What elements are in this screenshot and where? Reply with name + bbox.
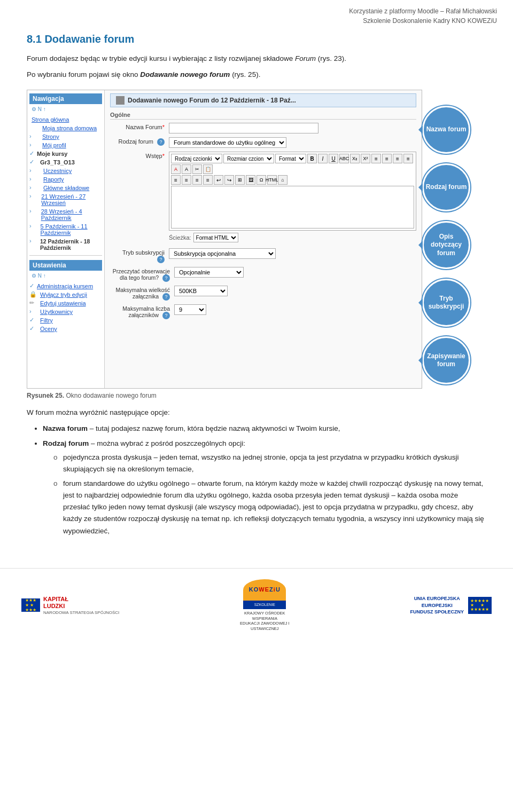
btn-align-center[interactable]: ≡ (382, 154, 392, 163)
help-count-icon[interactable]: ? (162, 312, 170, 319)
btn-undo[interactable]: ↩ (214, 175, 223, 185)
sidebar-item-oceny[interactable]: ✓ Oceny (29, 325, 102, 333)
bullet-rodzaj: Rodzaj forum – można wybrać z pośród pos… (43, 438, 486, 537)
moodle-screenshot: Nawigacja ⚙ N ↑ Strona główna Moja stron… (27, 90, 422, 389)
page-footer: ★★★★ ★★★★ KAPITAŁLUDZKI NARODOWA STRATEG… (0, 568, 513, 637)
sidebar-settings-icons: ⚙ N ↑ (29, 273, 102, 279)
eu-right-text: UNIA EUROPEJSKA EUROPEJSKI FUNDUSZ SPOŁE… (410, 595, 464, 616)
btn-cut[interactable]: ✂ (192, 164, 202, 174)
btn-ol[interactable]: ≡ (182, 175, 191, 185)
body-intro: W forum można wyróżnić następujące opcje… (27, 407, 486, 419)
btn-superscript[interactable]: X² (361, 154, 370, 163)
btn-html[interactable]: HTML (267, 175, 277, 185)
help-obs-icon[interactable]: ? (162, 274, 170, 282)
sub-bullet-2: forum standardowe do użytku ogólnego – o… (53, 478, 486, 537)
eu-flag-icon: ★★★★★★ ★★★★★★ (468, 597, 492, 614)
sidebar-item-5paz[interactable]: › 5 Październik - 11 Październik (29, 222, 102, 237)
sidebar-item-admin[interactable]: ✓ Administracja kursem (29, 282, 102, 290)
sidebar-item-strona[interactable]: Strona główna (29, 115, 102, 124)
sidebar-item-28wrz[interactable]: › 28 Wrzesień - 4 Październik (29, 207, 102, 222)
select-format[interactable]: Format (275, 154, 306, 163)
forum-icon (116, 96, 125, 105)
editor-content[interactable] (171, 186, 414, 228)
btn-subscript[interactable]: X₂ (350, 154, 360, 163)
sidebar-item-profil[interactable]: › Mój profil (29, 141, 102, 149)
screenshot-wrapper: Nawigacja ⚙ N ↑ Strona główna Moja stron… (27, 90, 486, 389)
sidebar-item-12paz[interactable]: › 12 Październik - 18 Październik (29, 237, 102, 252)
select-rodzaj[interactable]: Forum standardowe do użytku ogólnego (169, 137, 286, 148)
sidebar-item-glowne[interactable]: › Główne składowe (29, 184, 102, 192)
label-nazwa: Nazwa Forum* (110, 123, 169, 130)
sidebar-item-gr3[interactable]: ✓ Gr3_T3_O13 (29, 158, 102, 167)
footer-right: UNIA EUROPEJSKA EUROPEJSKI FUNDUSZ SPOŁE… (410, 595, 492, 616)
btn-special-char[interactable]: Ω (256, 175, 266, 185)
btn-bold[interactable]: B (307, 154, 317, 163)
select-max-size[interactable]: 500KB (174, 286, 228, 296)
btn-table[interactable]: ⊞ (235, 175, 245, 185)
label-wstep: Wstęp* (110, 152, 169, 159)
sidebar-item-uczestnicy[interactable]: › Uczestnicy (29, 167, 102, 175)
intro-paragraph-1: Forum dodajesz będąc w trybie edycji kur… (27, 53, 486, 65)
sidebar-item-strony[interactable]: › Strony (29, 132, 102, 141)
sub-bullet-list: pojedyncza prosta dyskusja – jeden temat… (53, 452, 486, 537)
form-row-wstep: Wstęp* Rodzaj czcionki Rozmiar czcion Fo… (110, 152, 416, 245)
body-bullet-list: Nazwa forum – tutaj podajesz nazwę forum… (43, 423, 486, 537)
btn-bg-color[interactable]: A (182, 164, 191, 174)
path-row: Ścieżka: Format HTML (169, 233, 416, 242)
btn-strikethrough[interactable]: ABC (339, 154, 349, 163)
select-rodzaj-czcionki[interactable]: Rodzaj czcionki (171, 154, 222, 163)
help-size-icon[interactable]: ? (162, 293, 170, 301)
btn-image[interactable]: 🖼 (246, 175, 255, 185)
label-subskrypcja: Tryb subskrypcji ? (110, 248, 169, 263)
select-obserwacje[interactable]: Opcjonalnie (174, 267, 244, 278)
btn-italic[interactable]: I (318, 154, 328, 163)
form-header: Dodawanie nowego Forum do 12 Październik… (110, 93, 416, 107)
btn-paste[interactable]: 📋 (203, 164, 213, 174)
form-row-max-size: Maksymalna wielkość załącznika ? 500KB (110, 286, 416, 301)
help-rodzaj-icon[interactable]: ? (157, 138, 165, 146)
header-line2: Szkolenie Doskonalenie Kadry KNO KOWEZiU (16, 16, 497, 26)
main-form-area: Dodawanie nowego Forum do 12 Październik… (105, 90, 422, 388)
sidebar-item-moje-kursy[interactable]: ✓ Moje kursy (29, 149, 102, 158)
kowez-sub: KRAJOWY OŚRODEK WSPIERANIA EDUKACJI ZAWO… (235, 611, 294, 632)
sidebar-nav-icons: ⚙ N ↑ (29, 106, 102, 112)
btn-outdent[interactable]: ≡ (203, 175, 213, 185)
figure-caption: Rysunek 25. Okno dodawanie nowego forum (27, 392, 486, 399)
intro-paragraph-2: Po wybraniu forum pojawi się okno Dodawa… (27, 69, 486, 81)
sidebar-settings-title: Ustawienia (29, 260, 102, 271)
form-row-obserwacje: Przeczytać obserwacje dla tego forum? ? … (110, 267, 416, 282)
sidebar-item-uzytkownicy[interactable]: › Użytkownicy (29, 308, 102, 316)
btn-align-justify[interactable]: ≡ (403, 154, 413, 163)
btn-ul[interactable]: ≡ (171, 175, 181, 185)
select-max-count[interactable]: 9 (174, 304, 206, 315)
select-subskrypcja[interactable]: Subskrypcja opcjonalna (169, 248, 276, 259)
input-nazwa[interactable] (169, 123, 318, 133)
sidebar-item-raporty[interactable]: › Raporty (29, 175, 102, 184)
sidebar-item-wylacz[interactable]: 🔒 Wyłącz tryb edycji (29, 290, 102, 299)
form-row-nazwa: Nazwa Forum* (110, 123, 416, 133)
label-obserwacje: Przeczytać obserwacje dla tego forum? ? (110, 267, 174, 282)
sidebar-item-21wrz[interactable]: › 21 Wrzesień - 27 Wrzesień (29, 192, 102, 207)
btn-indent[interactable]: ≡ (192, 175, 202, 185)
form-row-subskrypcja: Tryb subskrypcji ? Subskrypcja opcjonaln… (110, 248, 416, 263)
sidebar-item-moja[interactable]: Moja strona domowa (29, 124, 102, 132)
label-max-count: Maksymalna liczba załączników ? (110, 304, 174, 319)
btn-redo[interactable]: ↪ (224, 175, 234, 185)
btn-text-color[interactable]: A (171, 164, 181, 174)
path-select[interactable]: Format HTML (193, 233, 238, 242)
form-row-max-count: Maksymalna liczba załączników ? 9 (110, 304, 416, 319)
select-rozmiar-czcionki[interactable]: Rozmiar czcion (223, 154, 274, 163)
sub-value-container: Subskrypcja opcjonalna (169, 248, 276, 259)
label-rodzaj: Rodzaj forum ? (110, 137, 169, 146)
btn-align-right[interactable]: ≡ (393, 154, 402, 163)
sidebar-item-filtry[interactable]: ✓ Filtry (29, 316, 102, 325)
bubble-nazwa: Nazwa forum (422, 106, 470, 154)
bullet-nazwa: Nazwa forum – tutaj podajesz nazwę forum… (43, 423, 486, 435)
sidebar-item-edytuj[interactable]: ✏ Edytuj ustawienia (29, 299, 102, 308)
editor-toolbar-row1: Rodzaj czcionki Rozmiar czcion Format B … (171, 154, 414, 174)
section-title: 8.1 Dodawanie forum (27, 33, 486, 45)
help-sub-icon[interactable]: ? (157, 256, 165, 263)
btn-home[interactable]: ⌂ (278, 175, 287, 185)
btn-align-left[interactable]: ≡ (371, 154, 381, 163)
btn-underline[interactable]: U (329, 154, 338, 163)
